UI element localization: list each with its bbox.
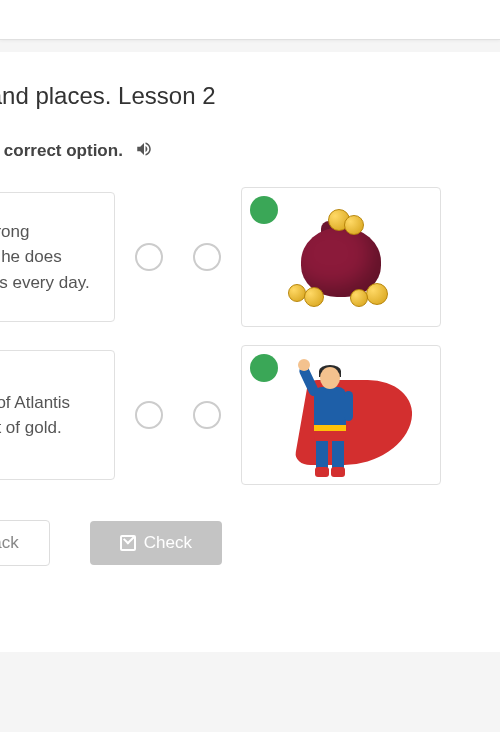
gold-bag-icon xyxy=(286,207,396,307)
action-buttons: Back Check xyxy=(0,520,500,566)
matching-grid: s strong use he does cises every day. b xyxy=(0,187,500,520)
back-button[interactable]: Back xyxy=(0,520,50,566)
option-image-card xyxy=(241,345,441,485)
card-badge xyxy=(250,196,278,224)
radio-group xyxy=(135,401,221,429)
lesson-content: ble and places. Lesson 2 se the correct … xyxy=(0,52,500,652)
instruction-text: se the correct option. xyxy=(0,141,123,161)
option-image-card xyxy=(241,187,441,327)
radio-group xyxy=(135,243,221,271)
option-text: s strong use he does cises every day. xyxy=(0,219,90,296)
browser-address-bar xyxy=(0,0,500,40)
radio-left[interactable] xyxy=(135,401,163,429)
check-button[interactable]: Check xyxy=(90,521,222,565)
lesson-title: ble and places. Lesson 2 xyxy=(0,82,500,140)
superhero-icon xyxy=(266,355,416,475)
instruction-row: se the correct option. xyxy=(0,140,500,187)
match-row: s strong use he does cises every day. xyxy=(0,187,500,327)
match-row: ble of Atlantis a lot of gold. xyxy=(0,345,500,485)
check-button-label: Check xyxy=(144,533,192,553)
radio-right[interactable] xyxy=(193,243,221,271)
check-icon xyxy=(120,535,136,551)
radio-right[interactable] xyxy=(193,401,221,429)
radio-left[interactable] xyxy=(135,243,163,271)
option-text: ble of Atlantis a lot of gold. xyxy=(0,390,70,441)
option-text-card: ble of Atlantis a lot of gold. xyxy=(0,350,115,480)
option-text-card: s strong use he does cises every day. xyxy=(0,192,115,322)
speaker-icon[interactable] xyxy=(135,140,153,162)
